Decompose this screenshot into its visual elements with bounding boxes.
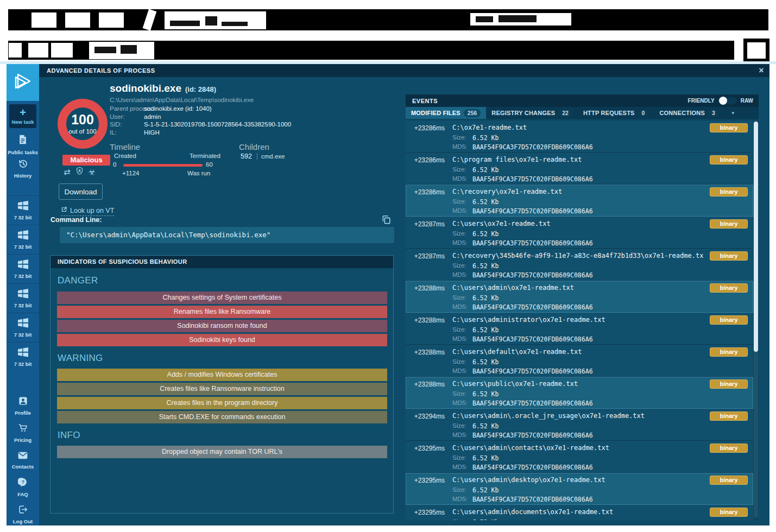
event-row[interactable]: +23295ms C:\users\admin\contacts\ox7e1-r… [406, 441, 753, 473]
event-time: +23288ms [408, 284, 445, 292]
binary-button[interactable]: binary [710, 347, 748, 357]
binary-button[interactable]: binary [710, 315, 748, 325]
binary-button[interactable]: binary [710, 187, 748, 197]
child-process-name[interactable]: cmd.exe [261, 153, 285, 160]
raw-label[interactable]: RAW [741, 98, 753, 104]
size-value: 6.52 Kb [472, 486, 499, 494]
process-id: (id: 2848) [185, 85, 216, 93]
sidebar-task-win7[interactable]: 7 32 bit [7, 283, 39, 313]
external-link-icon [61, 206, 67, 214]
event-row[interactable]: +23287ms C:\recovery\345b46fe-a9f9-11e7-… [406, 249, 753, 281]
event-time: +23287ms [408, 220, 445, 228]
binary-button[interactable]: binary [710, 379, 748, 389]
redaction-mark [94, 47, 116, 53]
indicator-warning-bar[interactable]: Starts CMD.EXE for commands execution [57, 411, 387, 423]
indicator-danger-bar[interactable]: Renames files like Ransomware [57, 306, 387, 318]
biohazard-icon[interactable]: ☣ [89, 167, 96, 177]
redaction-cutout [51, 43, 73, 58]
chevron-down-icon[interactable]: ▼ [724, 107, 742, 119]
binary-button[interactable]: binary [710, 219, 748, 229]
indicator-info-bar[interactable]: Dropped object may contain TOR URL's [57, 446, 387, 458]
sidebar-item-new-task[interactable]: + New task [9, 104, 36, 128]
indicator-danger-bar[interactable]: Sodinokibi keys found [57, 334, 387, 346]
copy-icon[interactable] [381, 214, 392, 227]
sidebar-item-pricing[interactable]: Pricing [7, 419, 39, 446]
sidebar-item-label: FAQ [17, 491, 28, 497]
cmdline-label: Command Line: [51, 216, 102, 224]
event-row[interactable]: +23294ms C:\users\admin\.oracle_jre_usag… [406, 409, 753, 441]
binary-button[interactable]: binary [710, 508, 748, 517]
events-scrollbar-thumb[interactable] [754, 122, 758, 352]
event-file-path: C:\users\public\ox7e1-readme.txt [452, 380, 703, 388]
shield-icon[interactable] [75, 167, 84, 177]
indicator-warning-bar[interactable]: Creates files like Ransomware instructio… [57, 383, 387, 395]
events-tab[interactable]: CONNECTIONS 3 [654, 107, 724, 119]
sidebar-task-win7[interactable]: 7 32 bit [7, 225, 39, 254]
event-row[interactable]: +23286ms C:\recovery\ox7e1-readme.txt Si… [406, 185, 753, 217]
sidebar-item-profile[interactable]: Profile [7, 392, 39, 419]
sidebar-item-label: Public tasks [8, 149, 37, 155]
sidebar-item-label: Log Out [13, 518, 33, 524]
event-row[interactable]: +23288ms C:\users\administrator\ox7e1-re… [406, 313, 753, 345]
redaction-mark [121, 45, 137, 54]
sidebar-task-win7[interactable]: 7 32 bit [7, 254, 39, 283]
indicator-danger-bar[interactable]: Changes settings of System certificates [57, 292, 387, 304]
events-tab[interactable]: MODIFIED FILES 256 [406, 107, 486, 119]
event-row[interactable]: +23288ms C:\users\default\ox7e1-readme.t… [406, 345, 753, 377]
redaction-mark [499, 15, 537, 22]
events-tab[interactable]: HTTP REQUESTS 0 [578, 107, 654, 119]
event-file-path: C:\users\admin\desktop\ox7e1-readme.txt [452, 476, 703, 484]
event-row[interactable]: +23295ms C:\users\admin\desktop\ox7e1-re… [406, 473, 753, 505]
sidebar-task-win7[interactable]: 7 32 bit [7, 195, 39, 225]
event-row[interactable]: +23288ms C:\users\admin\ox7e1-readme.txt… [406, 281, 753, 313]
sidebar-item-logout[interactable]: Log Out [7, 501, 39, 528]
event-row[interactable]: +23286ms C:\program files\ox7e1-readme.t… [406, 153, 753, 185]
sidebar-task-win7[interactable]: 7 32 bit [7, 313, 39, 342]
binary-button[interactable]: binary [710, 123, 748, 132]
event-row[interactable]: +23286ms C:\ox7e1-readme.txt Size: 6.52 … [406, 121, 753, 153]
md5-label: MD5: [452, 368, 467, 374]
binary-button[interactable]: binary [710, 283, 748, 293]
cart-icon [17, 423, 28, 435]
sidebar-item-public-tasks[interactable]: Public tasks [7, 132, 39, 156]
info-group-title: INFO [58, 430, 393, 441]
download-button[interactable]: Download [59, 183, 103, 200]
binary-button[interactable]: binary [710, 444, 748, 453]
md5-value: BAAF54F9CA3F7D57C020FDB609C086A6 [472, 335, 593, 343]
friendly-raw-toggle[interactable] [718, 97, 737, 104]
event-time: +23295ms [408, 509, 445, 516]
sidebar-item-contacts[interactable]: Contacts [7, 446, 39, 473]
events-tab[interactable]: REGISTRY CHANGES 22 [486, 107, 578, 119]
binary-button[interactable]: binary [710, 476, 748, 485]
event-row[interactable]: +23287ms C:\users\ox7e1-readme.txt Size:… [406, 217, 753, 249]
process-details-table: Parent process:sodinokibi.exe (id: 1040)… [110, 105, 291, 137]
event-file-path: C:\users\default\ox7e1-readme.txt [452, 348, 703, 356]
sidebar-item-label: Profile [15, 410, 31, 416]
sidebar-item-faq[interactable]: ? FAQ [7, 473, 39, 501]
md5-label: MD5: [452, 335, 467, 342]
size-label: Size: [452, 486, 466, 493]
sidebar-item-label: History [14, 173, 32, 179]
event-row[interactable]: +23295ms C:\users\admin\documents\ox7e1-… [406, 505, 753, 520]
event-time: +23286ms [408, 188, 445, 196]
event-file-path: C:\users\ox7e1-readme.txt [452, 220, 703, 227]
sidebar-item-history[interactable]: History [7, 156, 39, 180]
binary-button[interactable]: binary [710, 411, 748, 421]
sidebar-task-win7[interactable]: 7 32 bit [7, 342, 39, 371]
tab-label: MODIFIED FILES [411, 110, 460, 116]
anyrun-logo[interactable] [7, 64, 39, 101]
friendly-label[interactable]: FRIENDLY [688, 98, 715, 104]
size-label: Size: [452, 134, 466, 141]
binary-button[interactable]: binary [710, 251, 748, 261]
indicator-warning-bar[interactable]: Creates files in the program directory [57, 397, 387, 409]
screen: + New task Public tasks History 7 32 bi [0, 0, 776, 532]
events-header: EVENTS FRIENDLY RAW [406, 94, 759, 107]
indicator-danger-bar[interactable]: Sodinokibi ransom note found [57, 320, 387, 332]
sidebar-task-label: 7 32 bit [14, 302, 32, 308]
event-row[interactable]: +23288ms C:\users\public\ox7e1-readme.tx… [406, 377, 753, 409]
swap-arrows-icon[interactable]: ⇄ [64, 167, 71, 177]
close-icon[interactable]: × [759, 64, 764, 77]
binary-button[interactable]: binary [710, 155, 748, 164]
indicator-warning-bar[interactable]: Adds / modifies Windows certificates [57, 369, 387, 381]
vt-lookup-link[interactable]: Look up on VT [61, 206, 114, 216]
